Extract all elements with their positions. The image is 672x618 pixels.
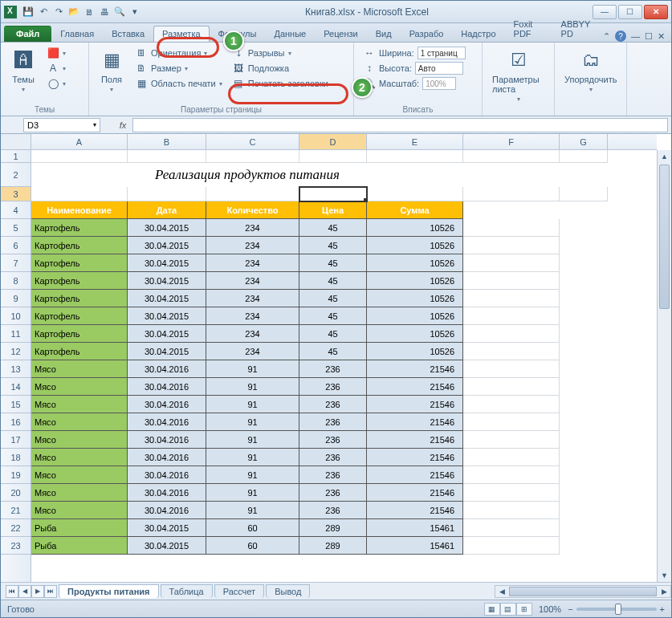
cell[interactable]: 289	[299, 519, 367, 537]
row-2[interactable]: 2	[1, 163, 31, 187]
row-15[interactable]: 15	[1, 396, 31, 413]
qat-open-icon[interactable]: 📂	[67, 6, 80, 18]
cell[interactable]: 236	[299, 449, 367, 466]
zoom-knob[interactable]	[615, 604, 621, 615]
cell[interactable]: 45	[299, 237, 367, 254]
cell[interactable]	[367, 187, 463, 201]
cell[interactable]: Мясо	[31, 413, 128, 431]
hscroll-right-icon[interactable]: ▶	[658, 586, 670, 597]
row-8[interactable]: 8	[1, 272, 31, 290]
themes-button[interactable]: 🅰 Темы	[7, 46, 39, 95]
cell[interactable]	[463, 237, 560, 254]
row-16[interactable]: 16	[1, 413, 31, 431]
qat-save-icon[interactable]: 💾	[22, 6, 35, 18]
cell[interactable]	[463, 254, 560, 272]
row-13[interactable]: 13	[1, 360, 31, 378]
cell[interactable]: 234	[206, 290, 299, 307]
cell[interactable]	[463, 219, 560, 237]
sheet-tab-0[interactable]: Продукты питания	[59, 584, 159, 598]
theme-colors-button[interactable]: 🟥	[44, 46, 68, 60]
cell[interactable]: Картофель	[31, 254, 128, 272]
margins-button[interactable]: ▦ Поля	[96, 46, 128, 95]
row-7[interactable]: 7	[1, 254, 31, 272]
cell[interactable]: 45	[299, 254, 367, 272]
row-18[interactable]: 18	[1, 449, 31, 466]
cell[interactable]	[128, 150, 206, 163]
cell[interactable]: 30.04.2015	[128, 537, 206, 555]
cell[interactable]: 30.04.2016	[128, 413, 206, 431]
cell[interactable]: Рыба	[31, 519, 128, 537]
cell[interactable]: 234	[206, 307, 299, 325]
cell[interactable]: 60	[206, 537, 299, 555]
cell[interactable]	[463, 201, 560, 219]
cell[interactable]: Мясо	[31, 360, 128, 378]
cell[interactable]: 21546	[367, 449, 463, 466]
tab-review[interactable]: Рецензи	[315, 26, 367, 42]
tab-page-layout[interactable]: Разметка	[153, 26, 210, 42]
theme-fonts-button[interactable]: A	[44, 61, 68, 75]
cell[interactable]: 30.04.2016	[128, 484, 206, 502]
cell[interactable]	[463, 325, 560, 343]
cell[interactable]	[206, 187, 299, 201]
cell[interactable]: 21546	[367, 466, 463, 484]
cell[interactable]: 10526	[367, 219, 463, 237]
cell[interactable]	[463, 290, 560, 307]
sheet-nav-first[interactable]: ⏮	[6, 585, 18, 598]
cell[interactable]: 45	[299, 290, 367, 307]
mdi-minimize-icon[interactable]: —	[631, 31, 640, 41]
row-6[interactable]: 6	[1, 237, 31, 254]
zoom-out-button[interactable]: −	[568, 604, 572, 614]
sheet-nav-next[interactable]: ▶	[31, 585, 44, 598]
cell[interactable]	[463, 519, 560, 537]
cell[interactable]: 10526	[367, 325, 463, 343]
cell[interactable]: Мясо	[31, 484, 128, 502]
cell[interactable]: 10526	[367, 254, 463, 272]
tab-home[interactable]: Главная	[51, 26, 103, 42]
cell[interactable]: 10526	[367, 272, 463, 290]
cell[interactable]: 45	[299, 343, 367, 360]
tab-file[interactable]: Файл	[4, 26, 51, 42]
cell[interactable]: 45	[299, 272, 367, 290]
cell[interactable]: 236	[299, 378, 367, 396]
select-all-button[interactable]	[1, 134, 31, 150]
cell[interactable]: 45	[299, 219, 367, 237]
row-3[interactable]: 3	[1, 187, 31, 201]
cell[interactable]	[560, 150, 608, 163]
cell[interactable]: 21546	[367, 431, 463, 449]
cell[interactable]: 60	[206, 519, 299, 537]
cell[interactable]: Картофель	[31, 219, 128, 237]
cell[interactable]	[463, 360, 560, 378]
tab-developer[interactable]: Разрабо	[401, 26, 453, 42]
cell[interactable]: 236	[299, 466, 367, 484]
namebox-dropdown-icon[interactable]: ▾	[93, 121, 96, 128]
cell[interactable]: 91	[206, 396, 299, 413]
col-F[interactable]: F	[463, 134, 560, 149]
cell[interactable]: 236	[299, 431, 367, 449]
formula-input[interactable]	[132, 118, 668, 132]
mdi-restore-icon[interactable]: ☐	[645, 31, 653, 42]
cell[interactable]: 15461	[367, 519, 463, 537]
tab-view[interactable]: Вид	[367, 26, 401, 42]
breaks-button[interactable]: ⤵Разрывы	[230, 46, 331, 60]
cell[interactable]: Картофель	[31, 307, 128, 325]
cell[interactable]: 30.04.2015	[128, 307, 206, 325]
sheet-tab-2[interactable]: Рассчет	[214, 584, 265, 598]
vertical-scrollbar[interactable]: ▲ ▼	[657, 150, 671, 582]
tab-foxit[interactable]: Foxit PDF	[505, 16, 552, 42]
cell[interactable]: Картофель	[31, 325, 128, 343]
cell[interactable]: 234	[206, 343, 299, 360]
cell[interactable]: 234	[206, 272, 299, 290]
sheet-tab-3[interactable]: Вывод	[266, 584, 310, 598]
col-D[interactable]: D	[299, 134, 367, 149]
cell[interactable]	[299, 150, 367, 163]
cell[interactable]: Мясо	[31, 378, 128, 396]
cell[interactable]	[463, 431, 560, 449]
cell[interactable]: Наименование	[31, 201, 128, 219]
tab-addins[interactable]: Надстро	[452, 26, 504, 42]
cell[interactable]: 236	[299, 413, 367, 431]
cell[interactable]	[463, 150, 560, 163]
cell[interactable]: Картофель	[31, 343, 128, 360]
cell[interactable]: Мясо	[31, 502, 128, 519]
cell[interactable]: 236	[299, 360, 367, 378]
print-area-button[interactable]: ▦Область печати	[132, 76, 225, 91]
